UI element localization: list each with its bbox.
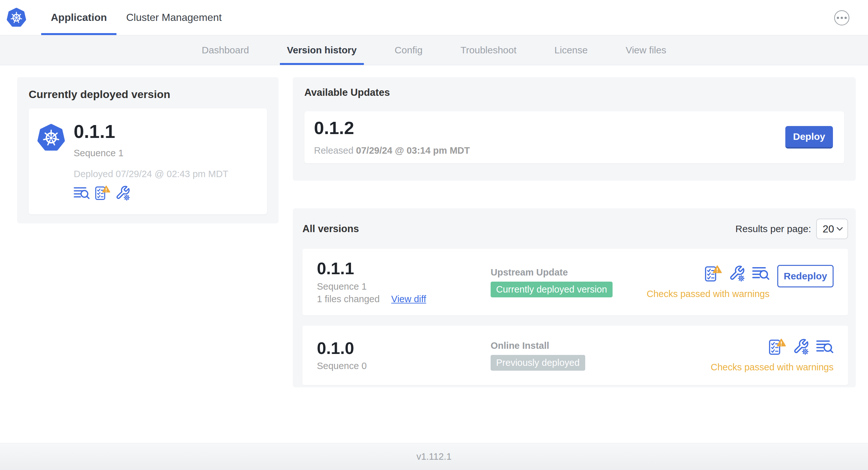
row-sequence: Sequence 1 [317,281,491,292]
main-content: Currently deployed version 0.1.1 Sequenc… [0,65,868,443]
all-versions-card: All versions Results per page: 20 [293,208,856,388]
tab-application-label: Application [51,11,107,24]
config-icon[interactable] [728,265,746,282]
config-icon[interactable] [793,338,810,356]
available-update-row: 0.1.2 Released 07/29/24 @ 03:14 pm MDT D… [304,111,844,163]
all-versions-title: All versions [302,223,359,235]
app-icon-kubernetes [37,123,65,153]
row-sequence: Sequence 0 [317,361,491,371]
app-subnav: Dashboard Version history Config Trouble… [0,35,868,65]
available-updates-card: Available Updates 0.1.2 Released 07/29/2… [293,77,856,181]
deploy-logs-icon[interactable] [752,265,770,282]
ellipsis-icon [837,17,839,19]
checks-status: Checks passed with warnings [647,289,770,299]
preflight-checks-warning-icon[interactable] [768,338,786,356]
checks-status: Checks passed with warnings [711,362,834,373]
console-version: v1.112.1 [416,451,452,462]
preflight-checks-warning-icon[interactable] [704,265,722,283]
row-action-icons [768,338,834,356]
results-per-page-label: Results per page: [736,224,811,234]
subnav-troubleshoot[interactable]: Troubleshoot [453,35,523,65]
redeploy-button[interactable]: Redeploy [777,265,834,288]
tab-application[interactable]: Application [41,0,117,35]
subnav-version-history[interactable]: Version history [280,35,364,65]
tab-cluster-management[interactable]: Cluster Management [117,0,231,35]
current-version-number: 0.1.1 [74,122,228,141]
row-version-number: 0.1.1 [317,260,491,277]
view-diff-link[interactable]: View diff [391,294,426,304]
subnav-view-files[interactable]: View files [619,35,673,65]
status-badge: Currently deployed version [491,281,613,297]
deploy-logs-icon[interactable] [816,338,834,356]
more-menu-button[interactable] [834,10,849,25]
available-updates-title: Available Updates [304,87,844,98]
currently-deployed-inner-card: 0.1.1 Sequence 1 Deployed 07/29/24 @ 02:… [29,108,267,214]
status-badge: Previously deployed [491,355,585,371]
app-logo [6,0,26,35]
gear-icon [738,275,744,281]
console-footer: v1.112.1 [0,443,868,470]
row-action-icons [704,265,770,283]
update-version-number: 0.1.2 [314,119,470,138]
released-timestamp: Released 07/29/24 @ 03:14 pm MDT [314,145,470,156]
gear-icon [124,195,130,200]
currently-deployed-title: Currently deployed version [29,88,267,101]
current-sequence: Sequence 1 [74,148,228,159]
top-tabs: Application Cluster Management [41,0,231,35]
tab-cluster-management-label: Cluster Management [126,11,222,24]
kubernetes-logo-icon [6,7,26,28]
files-changed: 1 files changed [317,294,380,304]
preflight-checks-warning-icon[interactable] [94,185,110,201]
deployed-timestamp: Deployed 07/29/24 @ 02:43 pm MDT [74,169,228,179]
deploy-logs-icon[interactable] [74,185,90,201]
subnav-license[interactable]: License [547,35,594,65]
results-per-page-select[interactable]: 20 [816,219,848,239]
version-row-0-1-1: 0.1.1 Sequence 1 1 files changed View di… [302,249,848,315]
currently-deployed-card: Currently deployed version 0.1.1 Sequenc… [17,77,279,224]
deploy-button[interactable]: Deploy [785,126,833,148]
admin-console-page: Application Cluster Management Dashboard… [0,0,868,470]
chevron-down-icon [836,227,843,231]
config-icon[interactable] [115,185,131,201]
version-source: Online Install [491,340,711,351]
top-header: Application Cluster Management [0,0,868,35]
subnav-config[interactable]: Config [388,35,430,65]
subnav-dashboard[interactable]: Dashboard [195,35,256,65]
version-source: Upstream Update [491,267,647,278]
version-row-0-1-0: 0.1.0 Sequence 0 Online Install Previous… [302,326,848,385]
current-version-actions [74,185,228,201]
row-version-number: 0.1.0 [317,339,491,357]
gear-icon [802,349,808,355]
kubernetes-logo-icon [37,123,65,153]
